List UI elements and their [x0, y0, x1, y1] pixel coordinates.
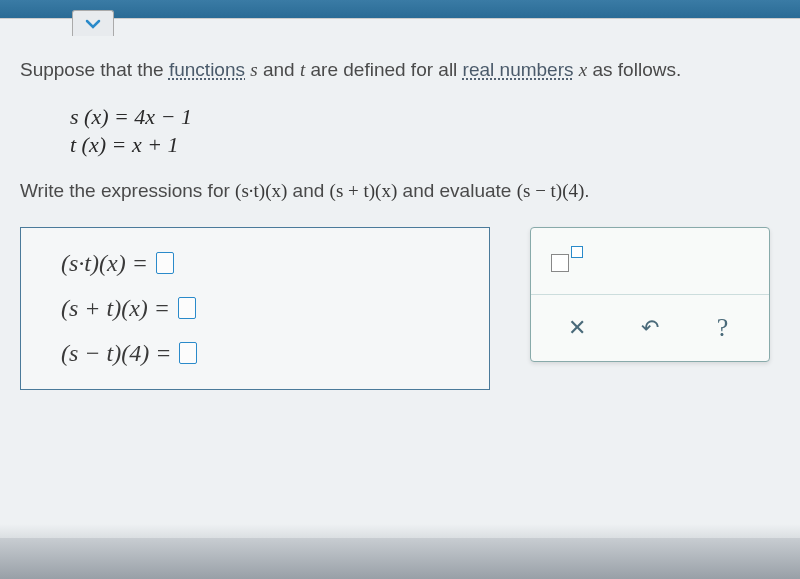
- exponent-power-icon: [571, 246, 583, 258]
- tools-top: [531, 228, 769, 295]
- question-icon: ?: [717, 313, 729, 342]
- clear-button[interactable]: ✕: [557, 315, 597, 341]
- label: (s + t)(x) =: [61, 295, 170, 322]
- exponent-base-icon: [551, 254, 569, 272]
- top-bar: [0, 0, 800, 18]
- text: .: [584, 180, 589, 201]
- expr-diff-eval: (s − t)(4): [517, 180, 585, 201]
- answer-row-product: (s·t)(x) =: [61, 250, 459, 277]
- text: and evaluate: [397, 180, 516, 201]
- input-diff[interactable]: [179, 342, 197, 364]
- function-definitions: s (x) = 4x − 1 t (x) = x + 1: [70, 104, 780, 158]
- answer-area: (s·t)(x) = (s + t)(x) = (s − t)(4) =: [20, 227, 780, 390]
- problem-intro: Suppose that the functions s and t are d…: [20, 57, 780, 84]
- tools-panel: ✕ ↶ ?: [530, 227, 770, 362]
- expr-product: (s·t)(x): [235, 180, 287, 201]
- answer-row-sum: (s + t)(x) =: [61, 295, 459, 322]
- var-x: x: [579, 59, 587, 80]
- answer-row-diff: (s − t)(4) =: [61, 340, 459, 367]
- exponent-tool[interactable]: [551, 246, 583, 272]
- text: and: [258, 59, 300, 80]
- text: are defined for all: [305, 59, 462, 80]
- input-sum[interactable]: [178, 297, 196, 319]
- text: Suppose that the: [20, 59, 169, 80]
- answer-box: (s·t)(x) = (s + t)(x) = (s − t)(4) =: [20, 227, 490, 390]
- dropdown-tab[interactable]: [72, 10, 114, 36]
- undo-icon: ↶: [641, 315, 659, 340]
- instruction-text: Write the expressions for (s·t)(x) and (…: [20, 180, 780, 202]
- label: (s·t)(x) =: [61, 250, 148, 277]
- close-icon: ✕: [568, 315, 586, 340]
- expr-sum: (s + t)(x): [330, 180, 398, 201]
- text: as follows.: [587, 59, 681, 80]
- help-button[interactable]: ?: [703, 313, 743, 343]
- term-functions[interactable]: functions: [169, 59, 245, 80]
- input-product[interactable]: [156, 252, 174, 274]
- text: and: [287, 180, 329, 201]
- problem-content: Suppose that the functions s and t are d…: [0, 18, 800, 538]
- text: Write the expressions for: [20, 180, 235, 201]
- definition-s: s (x) = 4x − 1: [70, 104, 780, 130]
- chevron-down-icon: [85, 19, 101, 29]
- reset-button[interactable]: ↶: [630, 315, 670, 341]
- term-real-numbers[interactable]: real numbers: [463, 59, 574, 80]
- var-s: s: [250, 59, 257, 80]
- definition-t: t (x) = x + 1: [70, 132, 780, 158]
- tools-bottom: ✕ ↶ ?: [531, 295, 769, 361]
- label: (s − t)(4) =: [61, 340, 171, 367]
